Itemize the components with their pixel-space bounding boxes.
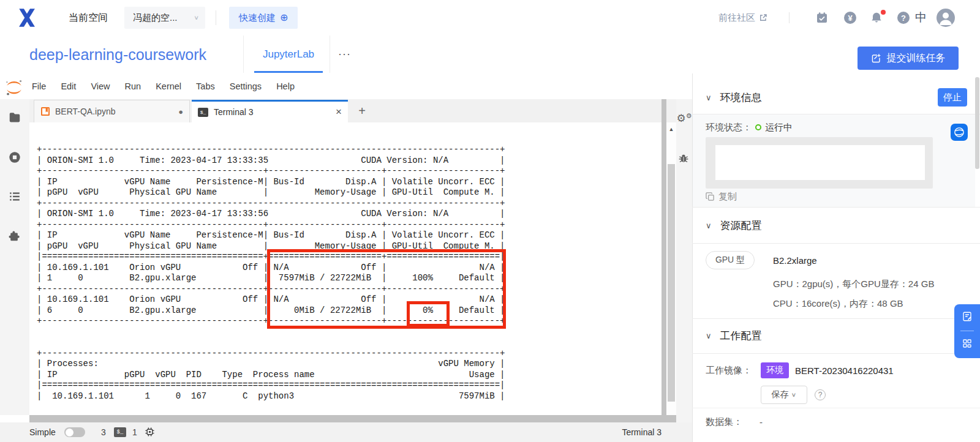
- work-image-label: 工作镜像：: [706, 362, 752, 378]
- menu-file[interactable]: File: [24, 73, 53, 99]
- submit-task-icon: [871, 53, 881, 64]
- task-form-icon[interactable]: [962, 311, 973, 324]
- dirty-indicator-icon[interactable]: ●: [178, 107, 183, 116]
- tab-separator-2: [330, 36, 330, 73]
- tab-separator: [243, 36, 244, 73]
- file-browser-icon[interactable]: [8, 111, 21, 124]
- calendar-icon[interactable]: [816, 12, 828, 24]
- menu-help[interactable]: Help: [269, 73, 302, 99]
- copy-button[interactable]: 复制: [706, 190, 737, 203]
- dock-bottom-border: [29, 415, 676, 422]
- copy-icon: [706, 192, 715, 201]
- question-glyph: ?: [818, 391, 823, 399]
- jupyter-left-sidebar: [0, 99, 29, 415]
- kernel-count[interactable]: 1: [132, 422, 137, 442]
- save-button[interactable]: 保存 ∨: [761, 386, 807, 404]
- kernel-chip-icon[interactable]: [145, 427, 155, 440]
- stop-button[interactable]: 停止: [938, 88, 967, 107]
- debugger-bug-icon[interactable]: [677, 152, 690, 167]
- assistant-icon[interactable]: [951, 124, 968, 141]
- connection-info-inner: [715, 145, 925, 180]
- work-image-name: BERT-20230416220431: [795, 362, 894, 378]
- floating-tool-panel: [954, 304, 980, 358]
- extension-manager-icon[interactable]: [8, 230, 21, 243]
- chevron-down-icon: ∨: [706, 221, 712, 230]
- active-tab-underline: [254, 71, 323, 73]
- quick-create-button[interactable]: 快速创建 ⊕: [229, 7, 298, 29]
- user-avatar[interactable]: [937, 9, 955, 27]
- quick-create-label: 快速创建: [239, 12, 276, 24]
- topbar-divider-2: [789, 12, 790, 23]
- brand-logo-icon[interactable]: [16, 7, 38, 29]
- topbar-divider: [216, 10, 216, 25]
- jupyter-menus: File Edit View Run Kernel Tabs Settings …: [24, 73, 302, 99]
- gpu-type-value: B2.2xlarge: [773, 251, 817, 269]
- assistant-swirl-icon: [953, 126, 965, 138]
- chevron-down-icon: ∨: [791, 391, 797, 398]
- terminal-count[interactable]: 3: [101, 422, 106, 442]
- env-status-row: 环境状态： 运行中: [706, 120, 793, 135]
- language-toggle[interactable]: 中: [915, 0, 927, 36]
- work-config-section-header[interactable]: ∨ 工作配置: [706, 324, 762, 346]
- terminal-output[interactable]: +---------------------------------------…: [31, 122, 662, 415]
- env-info-section-header[interactable]: ∨ 环境信息: [706, 86, 762, 109]
- space-selector[interactable]: 冯超的空... ∨: [124, 7, 205, 29]
- simple-mode-toggle[interactable]: [64, 427, 85, 437]
- save-label: 保存: [772, 389, 789, 400]
- panel-divider: [692, 207, 980, 208]
- terminal-text: +---------------------------------------…: [31, 122, 662, 402]
- calendar-glyph-icon: [816, 12, 828, 24]
- table-of-contents-icon[interactable]: [8, 190, 21, 203]
- brand-x-icon: [16, 7, 38, 29]
- gpu-detail: GPU：2gpu(s)，每个GPU显存：24 GB: [773, 277, 934, 291]
- space-selector-value: 冯超的空...: [133, 12, 178, 24]
- tool-panel-divider: [960, 331, 974, 331]
- menu-settings[interactable]: Settings: [222, 73, 269, 99]
- cpu-detail: CPU：16core(s)，内存：48 GB: [773, 296, 903, 311]
- running-kernels-icon[interactable]: [8, 151, 21, 164]
- project-title: deep-learning-coursework: [29, 36, 206, 73]
- go-to-community-link[interactable]: 前往社区: [718, 0, 767, 36]
- menu-view[interactable]: View: [83, 73, 117, 99]
- tab-terminal[interactable]: $_ Terminal 3 ×: [192, 100, 348, 122]
- env-status-value: 运行中: [765, 122, 793, 133]
- tab-notebook-label: BERT-QA.ipynb: [55, 107, 173, 116]
- jupyter-right-strip: [676, 99, 692, 422]
- current-space-label: 当前空间: [69, 0, 108, 36]
- tab-jupyterlab[interactable]: JupyterLab: [254, 36, 323, 73]
- gpu-type-tag: GPU 型: [706, 251, 755, 269]
- terminal-badge-icon[interactable]: $_: [114, 427, 126, 437]
- chevron-down-icon: ∨: [706, 331, 712, 340]
- more-tabs-button[interactable]: ···: [338, 36, 351, 73]
- save-help-icon[interactable]: ?: [815, 389, 826, 400]
- resources-section-header[interactable]: ∨ 资源配置: [706, 214, 762, 236]
- external-link-icon: [759, 13, 767, 22]
- simple-mode-label: Simple: [29, 422, 56, 442]
- new-tab-button[interactable]: +: [353, 100, 371, 122]
- property-inspector-gears-icon[interactable]: ⚙⚙: [676, 113, 692, 124]
- work-config-title: 工作配置: [720, 329, 762, 343]
- currency-glyph: ¥: [848, 13, 852, 23]
- panel-scrollbar-thumb[interactable]: [975, 77, 979, 169]
- question-glyph: ?: [901, 13, 906, 23]
- close-icon[interactable]: ×: [336, 106, 342, 118]
- gear-small-icon: ⚙: [686, 112, 692, 119]
- panel-divider: [692, 408, 980, 408]
- scrollbar-up-icon[interactable]: ▲: [666, 126, 676, 132]
- billing-icon[interactable]: ¥: [844, 12, 856, 24]
- menu-run[interactable]: Run: [118, 73, 149, 99]
- help-icon[interactable]: ?: [897, 12, 910, 24]
- tab-terminal-label: Terminal 3: [214, 107, 330, 117]
- tab-notebook[interactable]: BERT-QA.ipynb ●: [34, 100, 190, 122]
- menu-kernel[interactable]: Kernel: [148, 73, 189, 99]
- statusbar-current-tab: Terminal 3: [612, 422, 662, 442]
- menu-edit[interactable]: Edit: [53, 73, 83, 99]
- dashboard-grid-icon[interactable]: [962, 338, 973, 351]
- community-label: 前往社区: [718, 12, 755, 24]
- terminal-icon: $_: [198, 108, 208, 117]
- resources-title: 资源配置: [720, 219, 762, 233]
- submit-training-button[interactable]: 提交训练任务: [858, 47, 959, 70]
- scrollbar-thumb[interactable]: [668, 164, 675, 402]
- menu-tabs[interactable]: Tabs: [189, 73, 222, 99]
- panel-divider: [692, 353, 980, 354]
